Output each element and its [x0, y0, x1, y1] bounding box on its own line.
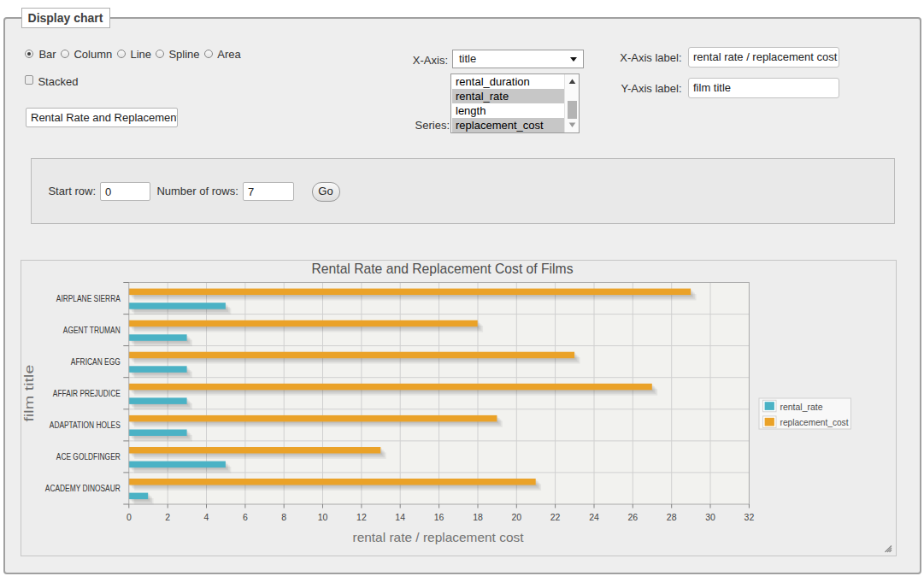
svg-text:22: 22: [550, 512, 561, 522]
svg-text:14: 14: [395, 512, 405, 522]
svg-text:AIRPLANE SIERRA: AIRPLANE SIERRA: [56, 294, 121, 303]
svg-text:AFRICAN EGG: AFRICAN EGG: [71, 357, 121, 367]
svg-text:10: 10: [318, 512, 328, 522]
svg-text:18: 18: [473, 512, 483, 522]
svg-text:Rental Rate and Replacement Co: Rental Rate and Replacement Cost of Film…: [312, 261, 574, 276]
svg-text:AGENT TRUMAN: AGENT TRUMAN: [63, 326, 121, 335]
svg-text:24: 24: [589, 512, 599, 522]
svg-text:32: 32: [744, 512, 755, 522]
svg-text:4: 4: [204, 512, 209, 522]
svg-text:26: 26: [627, 512, 638, 522]
svg-text:ACE GOLDFINGER: ACE GOLDFINGER: [56, 452, 121, 461]
svg-text:6: 6: [243, 512, 248, 522]
svg-text:ACADEMY DINOSAUR: ACADEMY DINOSAUR: [45, 484, 121, 493]
svg-text:rental_rate: rental_rate: [780, 402, 823, 412]
svg-text:30: 30: [705, 512, 715, 522]
svg-text:20: 20: [511, 512, 521, 522]
svg-text:12: 12: [356, 512, 367, 522]
svg-text:8: 8: [281, 512, 286, 522]
svg-text:replacement_cost: replacement_cost: [780, 417, 849, 427]
svg-text:16: 16: [434, 512, 444, 522]
svg-text:rental rate / replacement cost: rental rate / replacement cost: [353, 530, 525, 544]
svg-text:28: 28: [667, 512, 677, 522]
svg-text:0: 0: [127, 512, 132, 522]
svg-text:ADAPTATION HOLES: ADAPTATION HOLES: [50, 420, 121, 430]
svg-text:2: 2: [165, 512, 170, 522]
svg-text:AFFAIR PREJUDICE: AFFAIR PREJUDICE: [53, 389, 121, 398]
svg-text:film title: film title: [21, 365, 36, 422]
